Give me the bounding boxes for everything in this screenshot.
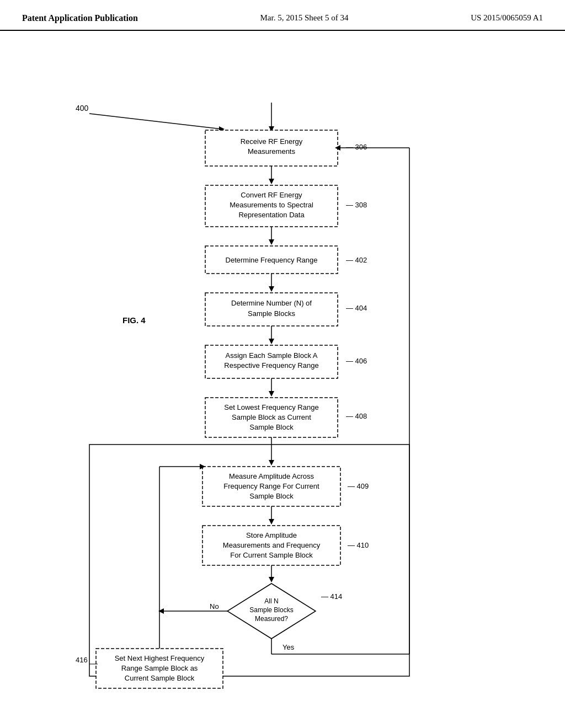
patent-number: US 2015/0065059 A1 — [471, 13, 543, 23]
publication-title: Patent Application Publication — [22, 13, 138, 23]
ref-416-label: 416 — [76, 656, 88, 664]
box-409-text-1: Measure Amplitude Across — [229, 472, 314, 480]
arrow-410-414-head — [269, 577, 274, 582]
box-408-text-2: Sample Block as Current — [232, 413, 311, 421]
box-406-text-2: Respective Frequency Range — [224, 361, 318, 370]
ref-306: — 306 — [346, 143, 367, 151]
ref-400-line — [89, 114, 222, 129]
page-header: Patent Application Publication Mar. 5, 2… — [0, 0, 565, 31]
box-410-text-2: Measurements and Frequency — [223, 541, 321, 549]
ref-402: — 402 — [346, 256, 367, 264]
ref-410: — 410 — [348, 541, 369, 549]
no-label: No — [210, 602, 219, 611]
arrow-306-308-head — [269, 179, 274, 184]
fig-label: FIG. 4 — [122, 315, 146, 325]
box-408-text-3: Sample Block — [249, 423, 294, 431]
box-409-text-2: Frequency Range For Current — [223, 482, 319, 490]
box-416-text-1: Set Next Highest Frequency — [115, 654, 205, 662]
ref-408: — 408 — [346, 412, 367, 420]
box-416-text-2: Range Sample Block as — [121, 664, 198, 672]
arrow-408-409-head — [269, 460, 274, 465]
box-306-text-2: Measurements — [248, 147, 295, 156]
arrow-308-402-head — [269, 239, 274, 245]
box-308-text-2: Measurements to Spectral — [230, 201, 313, 209]
box-410-text-1: Store Amplitude — [246, 531, 297, 539]
ref-404: — 404 — [346, 304, 367, 312]
box-308-text-3: Representation Data — [238, 211, 305, 219]
flowchart-diagram: 400 Receive RF Energy Measurements — 306… — [34, 47, 531, 709]
ref-409: — 409 — [348, 482, 369, 490]
box-404-text-1: Determine Number (N) of — [231, 299, 312, 307]
ref-400-label: 400 — [76, 104, 89, 113]
sheet-info: Mar. 5, 2015 Sheet 5 of 34 — [260, 13, 348, 23]
box-406-text-1: Assign Each Sample Block A — [226, 351, 318, 360]
arrow-406-408-head — [269, 391, 274, 397]
diamond-414-text-1: All N — [264, 597, 278, 605]
box-416-text-3: Current Sample Block — [125, 674, 195, 682]
diamond-414-text-3: Measured? — [255, 615, 288, 623]
box-306-text-1: Receive RF Energy — [241, 137, 303, 146]
ref-308: — 308 — [346, 201, 367, 209]
box-410-text-3: For Current Sample Block — [230, 551, 313, 559]
box-404-text-2: Sample Blocks — [248, 309, 295, 318]
main-content: 400 Receive RF Energy Measurements — 306… — [0, 31, 565, 726]
box-402-text: Determine Frequency Range — [226, 256, 318, 264]
ref-406: — 406 — [346, 357, 367, 365]
arrow-409-410-head — [269, 519, 274, 524]
arrow-402-404-head — [269, 286, 274, 292]
ref-414: — 414 — [321, 592, 342, 601]
box-308-text-1: Convert RF Energy — [241, 191, 302, 199]
box-408-text-1: Set Lowest Frequency Range — [224, 403, 318, 411]
arrow-404-406-head — [269, 339, 274, 344]
diamond-414-text-2: Sample Blocks — [249, 606, 293, 614]
box-409-text-3: Sample Block — [249, 492, 294, 500]
yes-label: Yes — [282, 643, 295, 651]
